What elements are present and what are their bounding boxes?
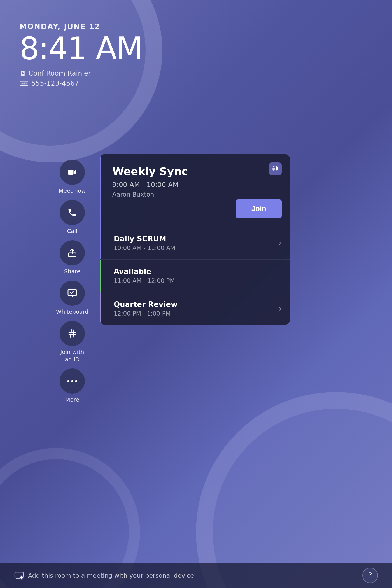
whiteboard-icon bbox=[67, 288, 77, 298]
featured-meeting: Weekly Sync 9:00 AM - 10:00 AM Aaron Bux… bbox=[100, 154, 290, 227]
quarter-review-details: Quarter Review 12:00 PM - 1:00 PM bbox=[108, 300, 276, 317]
calendar-panel: Weekly Sync 9:00 AM - 10:00 AM Aaron Bux… bbox=[100, 154, 290, 325]
side-bar-blue bbox=[100, 227, 101, 259]
phone-icon bbox=[67, 207, 77, 218]
svg-point-5 bbox=[75, 380, 77, 382]
call-icon-circle[interactable] bbox=[60, 200, 85, 225]
svg-point-3 bbox=[67, 380, 69, 382]
meet-now-label: Meet now bbox=[59, 187, 86, 194]
quarter-review-chevron: › bbox=[279, 304, 282, 313]
date-label: MONDAY, JUNE 12 bbox=[20, 22, 142, 31]
join-id-button[interactable]: Join with an ID bbox=[60, 321, 85, 363]
more-button[interactable]: More bbox=[60, 368, 85, 403]
daily-scrum-chevron: › bbox=[279, 239, 282, 247]
top-info: MONDAY, JUNE 12 8:41 AM 🖥 Conf Room Rain… bbox=[20, 22, 142, 90]
share-button[interactable]: Share bbox=[60, 240, 85, 275]
meeting-item-daily-scrum[interactable]: Daily SCRUM 10:00 AM - 11:00 AM › bbox=[100, 227, 290, 260]
meet-now-icon-circle[interactable] bbox=[60, 160, 85, 185]
svg-rect-0 bbox=[68, 170, 74, 175]
side-bar-purple bbox=[100, 292, 101, 325]
available-title: Available bbox=[114, 267, 282, 276]
phone-number: 555-123-4567 bbox=[31, 80, 79, 87]
time-display: 8:41 AM bbox=[20, 33, 142, 64]
video-icon bbox=[67, 167, 77, 177]
side-bar-green bbox=[100, 260, 101, 292]
svg-point-6 bbox=[273, 166, 274, 167]
share-icon-circle[interactable] bbox=[60, 240, 85, 265]
featured-time: 9:00 AM - 10:00 AM bbox=[112, 181, 279, 189]
available-time: 11:00 AM - 12:00 PM bbox=[114, 277, 282, 284]
meet-now-button[interactable]: Meet now bbox=[59, 160, 86, 194]
help-button[interactable]: ? bbox=[362, 568, 378, 583]
available-details: Available 11:00 AM - 12:00 PM bbox=[108, 267, 282, 284]
teams-logo-icon bbox=[272, 165, 279, 172]
quarter-review-time: 12:00 PM - 1:00 PM bbox=[114, 310, 276, 317]
add-room-icon bbox=[14, 570, 24, 580]
daily-scrum-details: Daily SCRUM 10:00 AM - 11:00 AM bbox=[108, 235, 276, 251]
quarter-review-title: Quarter Review bbox=[114, 300, 276, 309]
join-id-label: Join with an ID bbox=[60, 348, 84, 363]
svg-point-4 bbox=[71, 380, 73, 382]
daily-scrum-title: Daily SCRUM bbox=[114, 235, 276, 243]
more-icon-circle[interactable] bbox=[60, 368, 85, 394]
whiteboard-button[interactable]: Whiteboard bbox=[56, 281, 88, 315]
whiteboard-label: Whiteboard bbox=[56, 308, 88, 315]
dialpad-icon: ⌨ bbox=[20, 80, 29, 87]
meeting-item-available: Available 11:00 AM - 12:00 PM bbox=[100, 260, 290, 292]
add-room-section: Add this room to a meeting with your per… bbox=[14, 570, 194, 580]
monitor-icon: 🖥 bbox=[20, 70, 26, 77]
room-name: Conf Room Rainier bbox=[29, 69, 91, 77]
share-label: Share bbox=[64, 268, 80, 275]
bottom-bar: Add this room to a meeting with your per… bbox=[0, 563, 392, 588]
main-content: Meet now Call Share bbox=[56, 154, 290, 403]
whiteboard-icon-circle[interactable] bbox=[60, 281, 85, 306]
hashtag-icon bbox=[67, 328, 77, 339]
phone-info: ⌨ 555-123-4567 bbox=[20, 80, 142, 87]
room-info: 🖥 Conf Room Rainier bbox=[20, 69, 142, 77]
add-room-label: Add this room to a meeting with your per… bbox=[28, 572, 194, 579]
help-icon: ? bbox=[368, 571, 372, 580]
share-icon bbox=[67, 248, 77, 258]
call-label: Call bbox=[67, 227, 77, 235]
ellipsis-icon bbox=[67, 379, 77, 383]
daily-scrum-time: 10:00 AM - 11:00 AM bbox=[114, 245, 276, 251]
action-buttons-panel: Meet now Call Share bbox=[56, 154, 88, 403]
more-label: More bbox=[65, 396, 79, 403]
join-id-icon-circle[interactable] bbox=[60, 321, 85, 346]
call-button[interactable]: Call bbox=[60, 200, 85, 235]
featured-title: Weekly Sync bbox=[112, 165, 279, 178]
join-button[interactable]: Join bbox=[236, 199, 281, 218]
meeting-item-quarter-review[interactable]: Quarter Review 12:00 PM - 1:00 PM › bbox=[100, 292, 290, 325]
teams-icon bbox=[269, 162, 282, 175]
featured-organizer: Aaron Buxton bbox=[112, 191, 279, 198]
